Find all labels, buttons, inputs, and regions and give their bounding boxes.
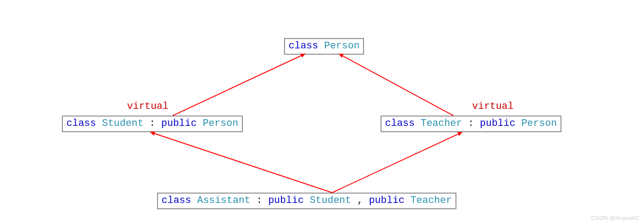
type-person: Person <box>521 118 557 129</box>
kw-class: class <box>66 118 96 129</box>
type-student: Student <box>102 118 143 129</box>
arrow-assistant-student <box>150 132 332 193</box>
kw-class: class <box>162 195 191 206</box>
type-assistant: Assistant <box>197 195 250 206</box>
label-virtual-right: virtual <box>472 101 513 112</box>
arrow-assistant-teacher <box>332 132 462 193</box>
kw-class: class <box>385 118 415 129</box>
arrow-teacher-person <box>339 54 453 116</box>
arrow-student-person <box>173 54 305 116</box>
box-assistant: class Assistant : public Student , publi… <box>157 193 456 209</box>
type-teacher: Teacher <box>411 195 452 206</box>
kw-public: public <box>369 195 404 206</box>
label-virtual-left: virtual <box>127 101 168 112</box>
op-colon: : <box>149 118 161 129</box>
box-student: class Student : public Person <box>62 116 243 132</box>
kw-public: public <box>161 118 197 129</box>
type-person: Person <box>324 40 359 52</box>
type-person: Person <box>203 118 238 129</box>
inheritance-arrows <box>0 0 644 224</box>
type-teacher: Teacher <box>421 118 462 129</box>
op-colon: : <box>256 195 268 206</box>
op-colon: : <box>468 118 480 129</box>
kw-class: class <box>289 40 318 52</box>
op-comma: , <box>357 195 369 206</box>
box-person: class Person <box>284 38 364 55</box>
box-teacher: class Teacher : public Person <box>381 116 561 132</box>
type-student: Student <box>310 195 351 206</box>
kw-public: public <box>268 195 304 206</box>
kw-public: public <box>480 118 515 129</box>
watermark: CSDN @NuyoahC <box>591 215 640 221</box>
